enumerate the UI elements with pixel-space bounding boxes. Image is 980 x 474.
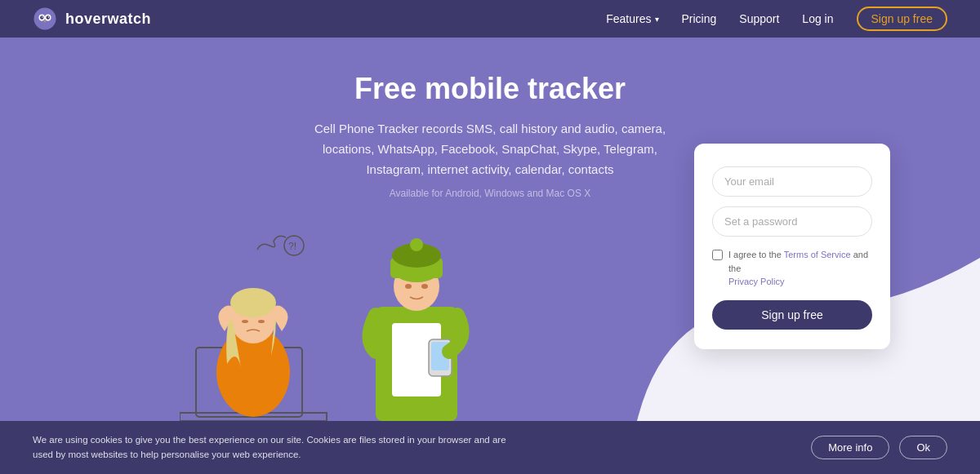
signup-nav-button[interactable]: Sign up free [857,7,948,31]
terms-prefix: I agree to the [728,250,784,259]
svg-point-27 [421,284,428,289]
features-nav-item[interactable]: Features ▾ [606,12,658,25]
svg-point-4 [47,16,51,20]
brand-logo-group: hoverwatch [33,7,151,31]
terms-row: I agree to the Terms of Service and the … [712,248,872,289]
more-info-button[interactable]: More info [811,436,889,459]
pricing-nav-item[interactable]: Pricing [682,12,717,25]
cookie-buttons: More info Ok [811,436,947,459]
password-input[interactable] [712,206,872,237]
navbar-links: Features ▾ Pricing Support Log in Sign u… [606,7,947,31]
terms-text: I agree to the Terms of Service and the … [728,248,872,289]
hero-description: Cell Phone Tracker records SMS, call his… [302,119,678,179]
email-input[interactable] [712,166,872,197]
svg-point-26 [405,284,412,289]
features-chevron-icon: ▾ [655,15,659,24]
svg-point-17 [242,320,248,323]
svg-point-0 [34,8,56,30]
svg-point-18 [258,320,265,323]
signup-submit-button[interactable]: Sign up free [712,300,872,330]
cookie-bar: We are using cookies to give you the bes… [0,421,980,474]
ok-button[interactable]: Ok [899,436,947,459]
svg-point-5 [42,16,43,18]
svg-point-3 [40,16,44,20]
navbar: hoverwatch Features ▾ Pricing Support Lo… [0,0,980,38]
svg-point-6 [48,16,50,18]
svg-text:?!: ?! [288,241,296,252]
privacy-policy-link[interactable]: Privacy Policy [728,277,784,286]
hero-title: Free mobile tracker [0,72,980,106]
cookie-text: We are using cookies to give you the bes… [33,433,506,462]
signup-card: I agree to the Terms of Service and the … [694,144,890,349]
svg-point-25 [410,238,423,251]
svg-point-16 [230,288,276,317]
hero-section: Free mobile tracker Cell Phone Tracker r… [0,38,980,421]
owl-logo-icon [33,7,57,31]
brand-name: hoverwatch [65,11,151,28]
stressed-woman-illustration: ?! [180,225,343,421]
terms-checkbox[interactable] [712,250,723,260]
login-nav-item[interactable]: Log in [802,12,833,25]
hoodie-person-illustration [351,209,482,421]
support-nav-item[interactable]: Support [739,12,779,25]
features-label: Features [606,12,651,25]
terms-of-service-link[interactable]: Terms of Service [784,250,851,259]
